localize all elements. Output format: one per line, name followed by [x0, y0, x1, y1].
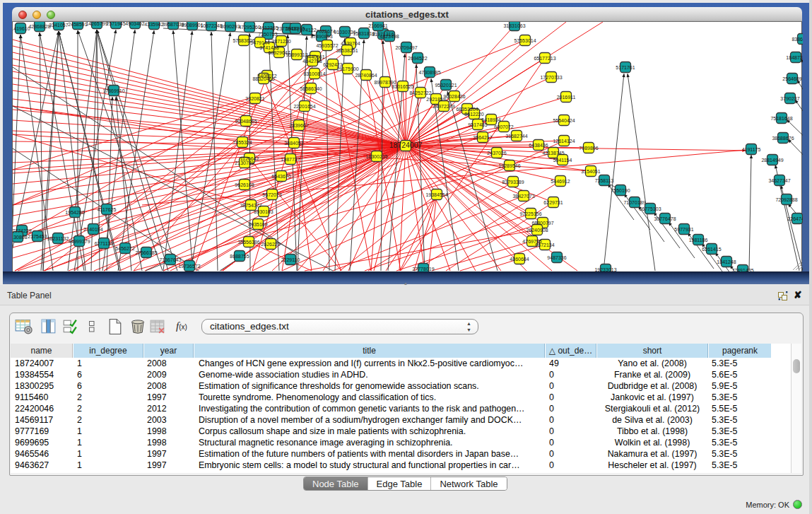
svg-text:42138745: 42138745: [542, 151, 564, 156]
svg-text:38688676: 38688676: [772, 136, 794, 141]
svg-text:38427073: 38427073: [512, 194, 534, 199]
svg-text:95899313: 95899313: [286, 52, 307, 57]
svg-text:1987737: 1987737: [281, 157, 300, 162]
svg-text:8090293: 8090293: [220, 24, 240, 29]
svg-text:3341057: 3341057: [49, 23, 68, 28]
svg-text:72092888: 72092888: [775, 197, 797, 202]
svg-text:35556386: 35556386: [237, 240, 259, 245]
svg-text:71367643: 71367643: [159, 257, 181, 262]
svg-text:96028436: 96028436: [443, 94, 465, 99]
svg-text:3564217: 3564217: [473, 135, 492, 140]
svg-text:2458591: 2458591: [68, 22, 87, 27]
svg-text:30776478: 30776478: [654, 216, 676, 221]
svg-text:68353204: 68353204: [456, 107, 478, 112]
svg-text:2571945: 2571945: [106, 22, 125, 26]
svg-text:6007072: 6007072: [494, 124, 513, 129]
svg-text:63100814: 63100814: [303, 71, 325, 76]
svg-text:8612220: 8612220: [464, 112, 483, 117]
svg-text:38754377: 38754377: [240, 203, 261, 208]
svg-text:7774229: 7774229: [13, 228, 32, 233]
svg-text:97225156: 97225156: [519, 211, 541, 216]
svg-text:83793389: 83793389: [502, 180, 524, 185]
svg-text:75181648: 75181648: [770, 116, 792, 121]
svg-text:2166941: 2166941: [368, 23, 387, 28]
svg-text:88320463: 88320463: [252, 76, 274, 81]
svg-text:4823498: 4823498: [379, 34, 399, 39]
svg-text:1954280: 1954280: [65, 210, 84, 215]
svg-text:1419610: 1419610: [13, 26, 30, 31]
svg-text:9626108: 9626108: [235, 182, 254, 187]
svg-text:47308985: 47308985: [418, 70, 440, 75]
svg-text:5977931: 5977931: [674, 227, 693, 232]
svg-text:2626229: 2626229: [261, 242, 280, 247]
svg-text:65177213: 65177213: [534, 56, 555, 61]
svg-text:47295260: 47295260: [238, 25, 260, 30]
svg-text:22201654: 22201654: [293, 104, 315, 109]
svg-text:6261415: 6261415: [702, 247, 721, 252]
svg-text:29175900: 29175900: [336, 66, 358, 71]
svg-text:4842788: 4842788: [302, 59, 322, 64]
svg-text:7550190: 7550190: [611, 188, 630, 193]
svg-text:45935572: 45935572: [316, 43, 338, 48]
svg-text:18724007: 18724007: [389, 141, 423, 149]
svg-text:19289546: 19289546: [498, 163, 520, 168]
svg-text:44999379: 44999379: [68, 239, 90, 244]
svg-text:2264748: 2264748: [787, 216, 803, 221]
svg-text:83863413: 83863413: [792, 37, 803, 42]
svg-text:2229110: 2229110: [281, 257, 300, 262]
svg-text:55540424: 55540424: [553, 118, 575, 123]
svg-text:26240908: 26240908: [526, 228, 548, 233]
svg-text:5672073: 5672073: [262, 192, 281, 197]
svg-text:98231132: 98231132: [47, 236, 69, 241]
svg-text:8930103: 8930103: [254, 209, 273, 214]
svg-text:95320121: 95320121: [435, 83, 457, 88]
svg-text:8688755: 8688755: [230, 254, 249, 259]
svg-text:57553014: 57553014: [514, 38, 536, 43]
svg-text:19384554: 19384554: [425, 192, 447, 197]
svg-text:28740864: 28740864: [355, 73, 377, 78]
svg-text:68800797: 68800797: [531, 221, 553, 226]
svg-text:4335942: 4335942: [144, 22, 163, 27]
svg-text:34627347: 34627347: [768, 178, 790, 183]
svg-text:2375453: 2375453: [28, 234, 47, 239]
svg-text:2564689: 2564689: [782, 76, 801, 81]
svg-text:6229731: 6229731: [543, 200, 563, 205]
svg-text:27566185: 27566185: [135, 250, 157, 255]
svg-text:24972279: 24972279: [433, 104, 454, 109]
svg-text:7089806: 7089806: [579, 146, 598, 151]
svg-text:19736572: 19736572: [178, 264, 200, 269]
svg-text:9487336: 9487336: [547, 255, 566, 260]
svg-text:2437026: 2437026: [487, 151, 506, 156]
svg-text:5456272: 5456272: [115, 246, 134, 251]
svg-text:71070189: 71070189: [623, 200, 645, 205]
svg-text:28814949: 28814949: [761, 158, 783, 163]
svg-text:3320821: 3320821: [245, 96, 264, 101]
svg-text:7350753: 7350753: [258, 32, 277, 37]
svg-text:7358113: 7358113: [595, 178, 614, 183]
svg-text:5446912: 5446912: [551, 179, 570, 184]
svg-text:38538251: 38538251: [336, 48, 358, 53]
svg-text:9517485: 9517485: [468, 122, 487, 127]
svg-text:3741438: 3741438: [259, 45, 278, 50]
svg-text:18300235: 18300235: [365, 154, 387, 159]
svg-text:31682744: 31682744: [505, 134, 527, 139]
svg-text:2130789: 2130789: [235, 160, 254, 165]
svg-text:87490893: 87490893: [310, 34, 332, 39]
svg-text:4612365: 4612365: [259, 25, 278, 30]
svg-text:1841248: 1841248: [717, 259, 736, 264]
svg-text:81016525: 81016525: [392, 84, 413, 89]
svg-text:6271130: 6271130: [95, 241, 114, 246]
svg-text:42868828: 42868828: [28, 24, 50, 29]
svg-text:31831063: 31831063: [503, 23, 525, 28]
svg-text:14265799: 14265799: [86, 22, 107, 26]
svg-text:2694522: 2694522: [408, 56, 427, 61]
svg-text:3154051: 3154051: [581, 169, 600, 174]
svg-text:20709497: 20709497: [395, 45, 417, 50]
svg-text:3684052: 3684052: [284, 141, 303, 146]
svg-text:1981186: 1981186: [689, 238, 708, 243]
svg-text:3871230: 3871230: [271, 39, 290, 44]
svg-text:17270733: 17270733: [540, 75, 562, 80]
svg-text:5479144: 5479144: [250, 40, 269, 45]
svg-text:5171761: 5171761: [616, 65, 635, 70]
svg-text:4191175: 4191175: [742, 147, 761, 152]
